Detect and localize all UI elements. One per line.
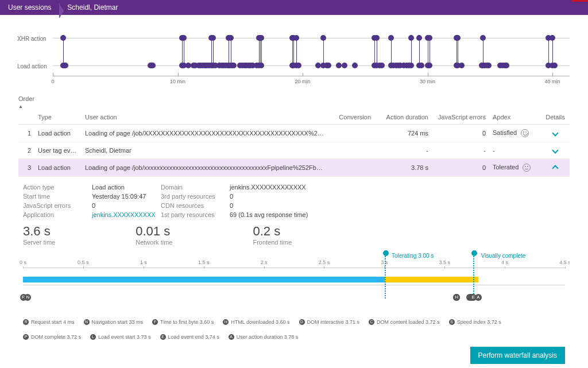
chart-point[interactable]	[150, 63, 156, 68]
breadcrumb-current: Scheidl, Dietmar	[64, 3, 121, 11]
chart-point[interactable]	[486, 63, 492, 68]
chart-point[interactable]	[408, 63, 414, 68]
chart-point[interactable]	[427, 63, 432, 68]
xtick: 40 min	[544, 79, 560, 84]
expand-toggle-icon[interactable]	[552, 165, 558, 171]
row-duration: 724 ms	[374, 125, 432, 142]
chart-point[interactable]	[63, 63, 68, 68]
chart-point[interactable]	[480, 35, 486, 41]
row-js-errors: 0	[432, 159, 489, 177]
order-header[interactable]: Order▲	[18, 95, 570, 109]
application-link[interactable]: jenkins.XXXXXXXXXX	[92, 211, 155, 218]
marker-tolerating: Tolerating 3.00 s	[392, 253, 434, 259]
chart-point[interactable]	[258, 63, 264, 68]
chart-point[interactable]	[336, 63, 342, 68]
row-js-errors: -	[432, 142, 489, 159]
col-conversion[interactable]: Conversion	[328, 110, 374, 125]
alert-indicator	[572, 0, 588, 2]
row-user-action: Loading of page /job/xxxxxxxxxxxxxxxxxxx…	[82, 159, 328, 177]
timing-breakdown[interactable]: 0 s0.5 s1 s1.5 s2 s2.5 s3 s3.5 s4 s4.5 s…	[23, 254, 565, 317]
chart-point[interactable]	[374, 35, 380, 41]
expand-toggle-icon[interactable]	[552, 130, 558, 136]
legend-item: HHTML downloaded 3.60 s	[223, 319, 289, 325]
row-user-action: Loading of page /job/XXXXXXXXXXXXXXXXXXX…	[82, 125, 328, 142]
chart-point[interactable]	[258, 35, 264, 41]
table-row[interactable]: 2 User tag ev… Scheidl, Dietmar - - -	[18, 142, 570, 159]
chart-point[interactable]	[352, 63, 358, 68]
chart-point[interactable]	[379, 63, 385, 68]
breadcrumb: User sessions Scheidl, Dietmar	[0, 0, 588, 15]
table-row[interactable]: 1 Load action Loading of page /job/XXXXX…	[18, 125, 570, 142]
xtick: 0	[51, 79, 54, 84]
axis-load	[53, 65, 570, 66]
chart-point[interactable]	[552, 63, 558, 68]
col-details[interactable]: Details	[541, 110, 570, 125]
expand-toggle-icon[interactable]	[552, 147, 558, 153]
row-duration: 3.78 s	[374, 159, 432, 177]
chart-point[interactable]	[459, 63, 465, 68]
col-action-duration[interactable]: Action duration	[374, 110, 432, 125]
legend-item: RRequest start 4 ms	[23, 319, 75, 325]
network-time-value: 0.01 s	[136, 224, 172, 239]
chart-point[interactable]	[60, 35, 66, 41]
legend-item: PDOM complete 3.72 s	[23, 334, 81, 340]
row-user-action: Scheidl, Dietmar	[82, 142, 328, 159]
chart-point[interactable]	[326, 63, 331, 68]
chart-point[interactable]	[293, 35, 299, 41]
breadcrumb-user-sessions[interactable]: User sessions	[5, 3, 55, 11]
kv-value: Load action	[92, 184, 155, 191]
chart-point[interactable]	[231, 63, 237, 68]
row-index: 2	[18, 142, 34, 159]
session-timeline-chart[interactable]: XHR action Load action 010 min20 min30 m…	[18, 18, 570, 87]
chart-point[interactable]	[408, 35, 414, 41]
row-js-errors: 0	[432, 125, 489, 142]
legend-item: AUser action duration 3.78 s	[229, 334, 299, 340]
timing-marker-A[interactable]: A	[475, 294, 482, 301]
chart-point[interactable]	[504, 63, 509, 68]
apdex-face-icon	[521, 129, 529, 137]
table-row[interactable]: 3 Load action Loading of page /job/xxxxx…	[18, 159, 570, 177]
chart-point[interactable]	[455, 35, 461, 41]
row-type: User tag ev…	[34, 142, 82, 159]
row-conversion	[328, 142, 374, 159]
col-js-errors[interactable]: JavaScript errors	[432, 110, 489, 125]
chart-point[interactable]	[419, 63, 424, 68]
chart-point[interactable]	[181, 35, 187, 41]
server-time-value: 3.6 s	[23, 224, 55, 239]
timing-bar-server	[23, 277, 385, 282]
chart-point[interactable]	[320, 35, 326, 41]
timing-marker-H[interactable]: H	[453, 294, 460, 301]
xtick: 10 min	[170, 79, 185, 84]
col-type[interactable]: Type	[34, 110, 82, 125]
col-apdex[interactable]: Apdex	[489, 110, 541, 125]
frontend-time-value: 0.2 s	[253, 224, 292, 239]
chart-point[interactable]	[296, 63, 301, 68]
sort-asc-icon: ▲	[18, 104, 23, 109]
row-conversion	[328, 159, 374, 177]
axis-bottom	[53, 76, 570, 76]
chart-point[interactable]	[228, 35, 234, 41]
legend-item: LLoad event start 3.73 s	[90, 334, 151, 340]
row-apdex: Tolerated	[489, 159, 541, 177]
chart-point[interactable]	[550, 35, 555, 41]
action-details-panel: Action typeLoad action Domainjenkins.XXX…	[18, 177, 570, 368]
waterfall-analysis-button[interactable]: Perform waterfall analysis	[470, 347, 565, 364]
legend-item: SSpeed index 3.72 s	[449, 319, 501, 325]
chart-point[interactable]	[210, 35, 216, 41]
apdex-face-icon	[523, 164, 531, 172]
chart-point[interactable]	[342, 63, 347, 68]
actions-table: Type User action Conversion Action durat…	[18, 110, 570, 368]
row-apdex: -	[489, 142, 541, 159]
timing-marker-N[interactable]: N	[24, 294, 31, 301]
ylabel-xhr: XHR action	[17, 36, 47, 42]
col-user-action[interactable]: User action	[82, 110, 328, 125]
chart-point[interactable]	[388, 35, 394, 41]
marker-visually-complete: Visually complete	[481, 253, 526, 259]
legend-item: ELoad event end 3.74 s	[160, 334, 219, 340]
chart-point[interactable]	[427, 35, 432, 41]
xtick: 20 min	[295, 79, 310, 84]
axis-xhr	[53, 38, 570, 38]
chart-point[interactable]	[416, 35, 422, 41]
row-conversion	[328, 125, 374, 142]
row-duration: -	[374, 142, 432, 159]
